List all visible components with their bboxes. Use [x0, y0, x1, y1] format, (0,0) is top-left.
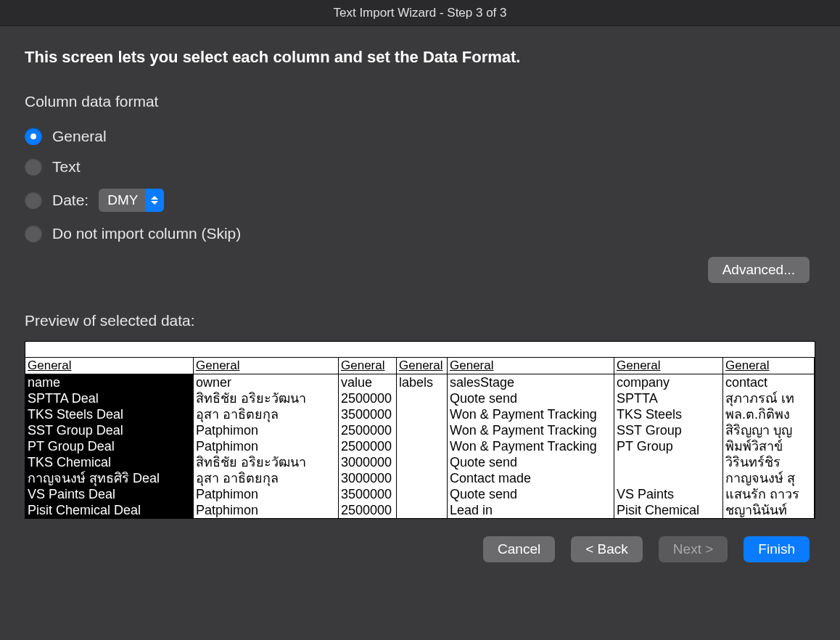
preview-cell[interactable]: Contact made [448, 470, 614, 486]
preview-col-header[interactable]: General [723, 358, 815, 374]
preview-cell[interactable] [397, 470, 448, 486]
advanced-button[interactable]: Advanced... [708, 257, 810, 283]
preview-cell[interactable] [397, 390, 448, 406]
chevron-updown-icon [145, 189, 164, 212]
preview-grid[interactable]: GeneralGeneralGeneralGeneralGeneralGener… [25, 358, 815, 518]
preview-cell[interactable]: ชญานินันท์ [723, 502, 815, 518]
preview-cell[interactable]: 3000000 [339, 454, 397, 470]
preview-cell[interactable]: สิริญญา บุญ [723, 422, 815, 438]
preview-cell[interactable] [397, 454, 448, 470]
preview-cell[interactable]: วิรินทร์ชิร [723, 454, 815, 470]
back-button[interactable]: < Back [571, 536, 643, 562]
preview-cell[interactable]: 2500000 [339, 422, 397, 438]
preview-cell[interactable] [397, 486, 448, 502]
preview-cell[interactable]: 3000000 [339, 470, 397, 486]
radio-date[interactable] [25, 192, 42, 209]
radio-text[interactable] [25, 158, 42, 176]
preview-cell[interactable] [397, 438, 448, 454]
preview-cell[interactable]: Patphimon [194, 438, 339, 454]
preview-cell[interactable]: contact [723, 374, 815, 390]
preview-cell[interactable] [397, 422, 448, 438]
preview-cell[interactable]: สิทธิชัย อริยะวัฒนา [194, 454, 339, 470]
preview-cell[interactable]: Patphimon [194, 422, 339, 438]
preview-cell[interactable]: 2500000 [339, 438, 397, 454]
preview-cell[interactable]: กาญจนงษ์ สุ [723, 470, 815, 486]
radio-general[interactable] [25, 128, 42, 145]
preview-cell[interactable]: TKS Steels Deal [25, 406, 194, 422]
preview-cell[interactable]: SPTTA Deal [25, 390, 194, 406]
preview-cell[interactable] [397, 502, 448, 518]
preview-cell[interactable]: labels [397, 374, 448, 390]
preview-ruler [25, 342, 815, 358]
date-order-select[interactable]: DMY [99, 189, 164, 212]
preview-cell[interactable]: แสนรัก ถาวร [723, 486, 815, 502]
preview-box[interactable]: GeneralGeneralGeneralGeneralGeneralGener… [25, 341, 815, 519]
preview-cell[interactable]: Patphimon [194, 486, 339, 502]
preview-cell[interactable]: Patphimon [194, 502, 339, 518]
preview-cell[interactable] [397, 406, 448, 422]
preview-cell[interactable]: SST Group Deal [25, 422, 194, 438]
preview-cell[interactable]: Pisit Chemical [614, 502, 723, 518]
preview-col-header[interactable]: General [194, 358, 339, 374]
date-order-value: DMY [99, 192, 145, 208]
preview-cell[interactable]: 2500000 [339, 502, 397, 518]
preview-cell[interactable]: กาญจนงษ์ สุทธศิริ Deal [25, 470, 194, 486]
radio-skip-row[interactable]: Do not import column (Skip) [25, 225, 815, 242]
radio-date-row[interactable]: Date: DMY [25, 189, 815, 212]
preview-cell[interactable]: name [25, 374, 194, 390]
next-button: Next > [659, 536, 728, 562]
preview-cell[interactable]: owner [194, 374, 339, 390]
preview-col-header[interactable]: General [397, 358, 448, 374]
preview-cell[interactable]: สุภาภรณ์ เท [723, 390, 815, 406]
radio-text-row[interactable]: Text [25, 158, 815, 176]
preview-cell[interactable]: Pisit Chemical Deal [25, 502, 194, 518]
radio-date-label: Date: [52, 192, 88, 209]
preview-cell[interactable]: Won & Payment Tracking [448, 422, 614, 438]
radio-general-label: General [52, 128, 107, 145]
preview-cell[interactable]: salesStage [448, 374, 614, 390]
preview-cell[interactable]: อุสา อาธิตยกุล [194, 470, 339, 486]
preview-cell[interactable]: Won & Payment Tracking [448, 406, 614, 422]
preview-cell[interactable]: สิทธิชัย อริยะวัฒนา [194, 390, 339, 406]
preview-cell[interactable]: 3500000 [339, 406, 397, 422]
preview-cell[interactable] [614, 470, 723, 486]
preview-cell[interactable]: 3500000 [339, 486, 397, 502]
dialog-content: This screen lets you select each column … [0, 26, 840, 571]
preview-col-header[interactable]: General [614, 358, 723, 374]
radio-general-row[interactable]: General [25, 128, 815, 145]
preview-cell[interactable]: value [339, 374, 397, 390]
preview-cell[interactable]: VS Paints Deal [25, 486, 194, 502]
radio-text-label: Text [52, 158, 81, 176]
preview-cell[interactable]: company [614, 374, 723, 390]
finish-button[interactable]: Finish [744, 536, 810, 562]
preview-cell[interactable]: อุสา อาธิตยกุล [194, 406, 339, 422]
window-title: Text Import Wizard - Step 3 of 3 [333, 6, 506, 20]
preview-cell[interactable]: TKS Steels [614, 406, 723, 422]
page-heading: This screen lets you select each column … [25, 48, 815, 67]
radio-skip-label: Do not import column (Skip) [52, 225, 241, 242]
cancel-button[interactable]: Cancel [483, 536, 555, 562]
preview-cell[interactable]: Quote send [448, 486, 614, 502]
radio-skip[interactable] [25, 225, 42, 242]
preview-cell[interactable]: พิมพ์วิสาข์ [723, 438, 815, 454]
format-section-label: Column data format [25, 93, 815, 110]
preview-cell[interactable]: Quote send [448, 390, 614, 406]
preview-cell[interactable]: TKS Chemical [25, 454, 194, 470]
preview-col-header[interactable]: General [25, 358, 194, 374]
preview-cell[interactable]: SST Group [614, 422, 723, 438]
preview-cell[interactable]: VS Paints [614, 486, 723, 502]
preview-cell[interactable] [614, 454, 723, 470]
preview-col-header[interactable]: General [339, 358, 397, 374]
preview-cell[interactable]: PT Group [614, 438, 723, 454]
button-bar: Cancel < Back Next > Finish [25, 536, 815, 562]
column-format-radio-group: General Text Date: DMY Do not import col… [25, 128, 815, 242]
preview-col-header[interactable]: General [448, 358, 614, 374]
preview-cell[interactable]: Won & Payment Tracking [448, 438, 614, 454]
preview-cell[interactable]: PT Group Deal [25, 438, 194, 454]
preview-cell[interactable]: SPTTA [614, 390, 723, 406]
preview-cell[interactable]: Lead in [448, 502, 614, 518]
preview-cell[interactable]: Quote send [448, 454, 614, 470]
preview-cell[interactable]: 2500000 [339, 390, 397, 406]
preview-label: Preview of selected data: [25, 312, 815, 329]
preview-cell[interactable]: พล.ต.กิติพง [723, 406, 815, 422]
